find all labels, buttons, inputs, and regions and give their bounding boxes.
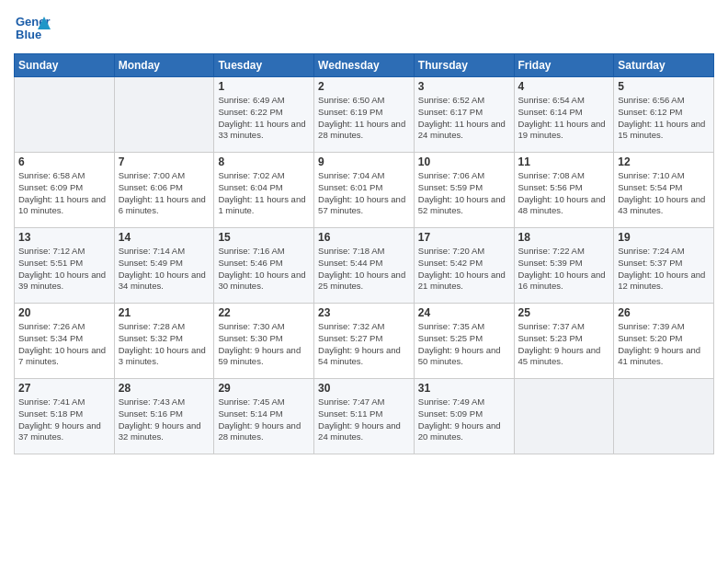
day-number: 2 — [318, 80, 410, 93]
logo-icon: General Blue — [14, 9, 51, 46]
calendar-body: 1Sunrise: 6:49 AMSunset: 6:22 PMDaylight… — [15, 77, 714, 454]
day-cell: 23Sunrise: 7:32 AMSunset: 5:27 PMDayligh… — [314, 304, 415, 379]
calendar-header: SundayMondayTuesdayWednesdayThursdayFrid… — [15, 54, 714, 77]
day-info: Sunrise: 7:14 AMSunset: 5:49 PMDaylight:… — [119, 246, 210, 293]
day-number: 28 — [119, 382, 210, 395]
day-info: Sunrise: 7:41 AMSunset: 5:18 PMDaylight:… — [18, 396, 110, 443]
day-info: Sunrise: 6:49 AMSunset: 6:22 PMDaylight:… — [218, 95, 310, 142]
weekday-header-thursday: Thursday — [414, 54, 514, 77]
day-info: Sunrise: 7:43 AMSunset: 5:16 PMDaylight:… — [119, 396, 210, 443]
day-cell: 5Sunrise: 6:56 AMSunset: 6:12 PMDaylight… — [614, 77, 714, 153]
day-info: Sunrise: 7:45 AMSunset: 5:14 PMDaylight:… — [218, 396, 310, 443]
day-info: Sunrise: 7:49 AMSunset: 5:09 PMDaylight:… — [418, 396, 510, 443]
header: General Blue — [14, 9, 714, 46]
weekday-header-tuesday: Tuesday — [214, 54, 314, 77]
day-number: 22 — [218, 306, 310, 319]
day-number: 3 — [418, 80, 510, 93]
day-cell: 17Sunrise: 7:20 AMSunset: 5:42 PMDayligh… — [414, 228, 514, 304]
day-cell: 9Sunrise: 7:04 AMSunset: 6:01 PMDaylight… — [314, 153, 415, 228]
week-row-3: 13Sunrise: 7:12 AMSunset: 5:51 PMDayligh… — [15, 228, 714, 304]
day-info: Sunrise: 7:30 AMSunset: 5:30 PMDaylight:… — [218, 321, 310, 368]
day-number: 11 — [518, 155, 610, 168]
day-info: Sunrise: 7:18 AMSunset: 5:44 PMDaylight:… — [318, 246, 410, 293]
week-row-1: 1Sunrise: 6:49 AMSunset: 6:22 PMDaylight… — [15, 77, 714, 153]
day-cell: 27Sunrise: 7:41 AMSunset: 5:18 PMDayligh… — [15, 379, 115, 454]
day-number: 26 — [618, 306, 710, 319]
day-info: Sunrise: 7:24 AMSunset: 5:37 PMDaylight:… — [618, 246, 710, 293]
week-row-2: 6Sunrise: 6:58 AMSunset: 6:09 PMDaylight… — [15, 153, 714, 228]
day-cell: 14Sunrise: 7:14 AMSunset: 5:49 PMDayligh… — [114, 228, 214, 304]
day-cell: 28Sunrise: 7:43 AMSunset: 5:16 PMDayligh… — [114, 379, 214, 454]
day-info: Sunrise: 7:16 AMSunset: 5:46 PMDaylight:… — [218, 246, 310, 293]
day-cell — [15, 77, 115, 153]
day-number: 16 — [318, 231, 410, 244]
day-cell: 29Sunrise: 7:45 AMSunset: 5:14 PMDayligh… — [214, 379, 314, 454]
day-number: 27 — [18, 382, 110, 395]
day-number: 25 — [518, 306, 610, 319]
day-info: Sunrise: 7:47 AMSunset: 5:11 PMDaylight:… — [318, 396, 410, 443]
day-cell: 13Sunrise: 7:12 AMSunset: 5:51 PMDayligh… — [15, 228, 115, 304]
page: General Blue SundayMondayTuesdayWednesda… — [0, 0, 728, 563]
day-number: 10 — [418, 155, 510, 168]
day-number: 29 — [218, 382, 310, 395]
day-cell — [514, 379, 614, 454]
day-number: 12 — [618, 155, 710, 168]
day-number: 18 — [518, 231, 610, 244]
day-cell: 3Sunrise: 6:52 AMSunset: 6:17 PMDaylight… — [414, 77, 514, 153]
day-cell: 24Sunrise: 7:35 AMSunset: 5:25 PMDayligh… — [414, 304, 514, 379]
day-number: 19 — [618, 231, 710, 244]
day-cell — [114, 77, 214, 153]
day-number: 7 — [119, 155, 210, 168]
weekday-header-sunday: Sunday — [15, 54, 115, 77]
day-cell: 10Sunrise: 7:06 AMSunset: 5:59 PMDayligh… — [414, 153, 514, 228]
day-cell — [614, 379, 714, 454]
day-cell: 22Sunrise: 7:30 AMSunset: 5:30 PMDayligh… — [214, 304, 314, 379]
day-cell: 21Sunrise: 7:28 AMSunset: 5:32 PMDayligh… — [114, 304, 214, 379]
day-number: 15 — [218, 231, 310, 244]
day-number: 20 — [18, 306, 110, 319]
day-info: Sunrise: 7:10 AMSunset: 5:54 PMDaylight:… — [618, 170, 710, 217]
day-cell: 6Sunrise: 6:58 AMSunset: 6:09 PMDaylight… — [15, 153, 115, 228]
day-cell: 12Sunrise: 7:10 AMSunset: 5:54 PMDayligh… — [614, 153, 714, 228]
day-number: 14 — [119, 231, 210, 244]
day-info: Sunrise: 6:52 AMSunset: 6:17 PMDaylight:… — [418, 95, 510, 142]
day-number: 9 — [318, 155, 410, 168]
day-cell: 26Sunrise: 7:39 AMSunset: 5:20 PMDayligh… — [614, 304, 714, 379]
day-info: Sunrise: 7:35 AMSunset: 5:25 PMDaylight:… — [418, 321, 510, 368]
day-cell: 7Sunrise: 7:00 AMSunset: 6:06 PMDaylight… — [114, 153, 214, 228]
weekday-header-friday: Friday — [514, 54, 614, 77]
weekday-row: SundayMondayTuesdayWednesdayThursdayFrid… — [15, 54, 714, 77]
day-number: 30 — [318, 382, 410, 395]
day-number: 13 — [18, 231, 110, 244]
day-info: Sunrise: 7:39 AMSunset: 5:20 PMDaylight:… — [618, 321, 710, 368]
day-cell: 19Sunrise: 7:24 AMSunset: 5:37 PMDayligh… — [614, 228, 714, 304]
day-info: Sunrise: 6:50 AMSunset: 6:19 PMDaylight:… — [318, 95, 410, 142]
week-row-4: 20Sunrise: 7:26 AMSunset: 5:34 PMDayligh… — [15, 304, 714, 379]
day-info: Sunrise: 6:54 AMSunset: 6:14 PMDaylight:… — [518, 95, 610, 142]
day-number: 8 — [218, 155, 310, 168]
day-cell: 15Sunrise: 7:16 AMSunset: 5:46 PMDayligh… — [214, 228, 314, 304]
day-number: 5 — [618, 80, 710, 93]
day-number: 23 — [318, 306, 410, 319]
day-cell: 20Sunrise: 7:26 AMSunset: 5:34 PMDayligh… — [15, 304, 115, 379]
day-cell: 25Sunrise: 7:37 AMSunset: 5:23 PMDayligh… — [514, 304, 614, 379]
day-cell: 18Sunrise: 7:22 AMSunset: 5:39 PMDayligh… — [514, 228, 614, 304]
day-number: 24 — [418, 306, 510, 319]
day-number: 4 — [518, 80, 610, 93]
day-info: Sunrise: 7:37 AMSunset: 5:23 PMDaylight:… — [518, 321, 610, 368]
day-cell: 16Sunrise: 7:18 AMSunset: 5:44 PMDayligh… — [314, 228, 415, 304]
day-cell: 30Sunrise: 7:47 AMSunset: 5:11 PMDayligh… — [314, 379, 415, 454]
week-row-5: 27Sunrise: 7:41 AMSunset: 5:18 PMDayligh… — [15, 379, 714, 454]
weekday-header-saturday: Saturday — [614, 54, 714, 77]
day-info: Sunrise: 6:58 AMSunset: 6:09 PMDaylight:… — [18, 170, 110, 217]
day-number: 1 — [218, 80, 310, 93]
svg-text:Blue: Blue — [16, 28, 41, 41]
day-info: Sunrise: 7:08 AMSunset: 5:56 PMDaylight:… — [518, 170, 610, 217]
day-info: Sunrise: 7:06 AMSunset: 5:59 PMDaylight:… — [418, 170, 510, 217]
calendar-table: SundayMondayTuesdayWednesdayThursdayFrid… — [14, 53, 714, 454]
day-info: Sunrise: 7:02 AMSunset: 6:04 PMDaylight:… — [218, 170, 310, 217]
day-info: Sunrise: 7:26 AMSunset: 5:34 PMDaylight:… — [18, 321, 110, 368]
day-cell: 2Sunrise: 6:50 AMSunset: 6:19 PMDaylight… — [314, 77, 415, 153]
day-info: Sunrise: 7:00 AMSunset: 6:06 PMDaylight:… — [119, 170, 210, 217]
day-cell: 1Sunrise: 6:49 AMSunset: 6:22 PMDaylight… — [214, 77, 314, 153]
